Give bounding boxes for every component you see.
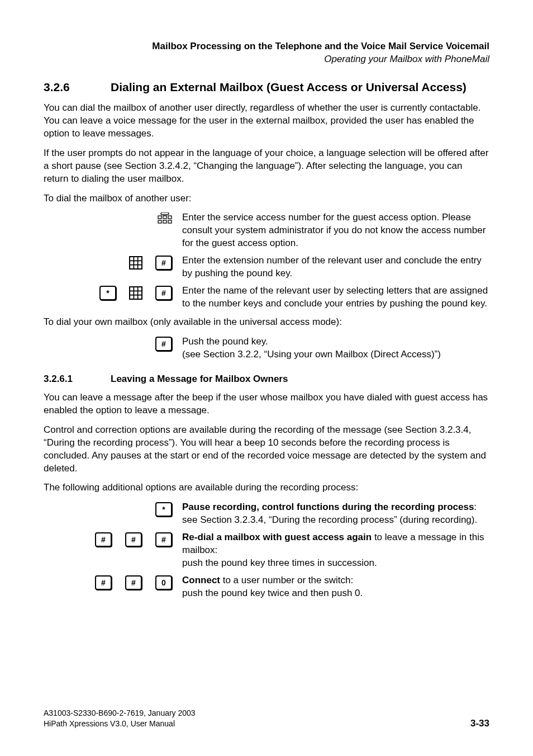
section-number: 3.2.6: [44, 81, 111, 94]
step-text: Enter the extension number of the releva…: [182, 254, 489, 280]
section-heading: 3.2.6 Dialing an External Mailbox (Guest…: [44, 81, 489, 94]
svg-rect-0: [158, 216, 161, 219]
keypad-icon: [129, 256, 143, 270]
step-text: Enter the service access number for the …: [182, 211, 489, 250]
svg-rect-9: [134, 257, 137, 261]
header-title: Mailbox Processing on the Telephone and …: [44, 40, 489, 53]
step-text: Enter the name of the relevant user by s…: [182, 285, 489, 310]
svg-rect-21: [130, 291, 134, 295]
pound-key: #: [125, 532, 142, 547]
svg-rect-26: [139, 296, 142, 299]
option-bold: Connect: [182, 575, 220, 585]
pound-key: #: [155, 532, 172, 547]
option-line2: push the pound key three times in succes…: [182, 557, 377, 568]
svg-rect-20: [139, 287, 142, 291]
pound-key: #: [155, 337, 172, 351]
keypad-icon: [129, 286, 143, 300]
option-bold: Re-dial a mailbox with guest access agai…: [182, 532, 372, 542]
svg-rect-10: [139, 257, 142, 261]
svg-rect-25: [134, 296, 137, 299]
option-text: to a user number or the switch:: [220, 575, 353, 585]
svg-rect-4: [163, 220, 166, 223]
svg-rect-8: [130, 257, 134, 261]
phone-keypad-icon: [158, 212, 172, 227]
svg-rect-23: [139, 291, 142, 295]
subsection-heading: 3.2.6.1 Leaving a Message for Mailbox Ow…: [44, 374, 489, 385]
svg-rect-19: [134, 287, 137, 291]
step-note: (see Section 3.2.2, “Using your own Mail…: [182, 349, 441, 360]
footer-product: HiPath Xpressions V3.0, User Manual: [44, 719, 196, 729]
paragraph: To dial the mailbox of another user:: [44, 192, 489, 205]
star-key: *: [99, 286, 116, 300]
pound-key: #: [95, 532, 112, 547]
paragraph: If the user prompts do not appear in the…: [44, 147, 489, 186]
paragraph: The following additional options are ava…: [44, 481, 489, 494]
option-line2: push the pound key twice and then push 0…: [182, 588, 363, 598]
paragraph: To dial your own mailbox (only available…: [44, 316, 489, 329]
pound-key: #: [95, 575, 112, 590]
svg-rect-1: [163, 216, 166, 219]
zero-key: 0: [155, 575, 172, 590]
paragraph: You can leave a message after the beep i…: [44, 391, 489, 417]
option-bold: Pause recording, control functions durin…: [182, 502, 474, 512]
paragraph: You can dial the mailbox of another user…: [44, 102, 489, 140]
pound-key: #: [155, 286, 172, 300]
svg-rect-15: [134, 266, 137, 269]
svg-rect-24: [130, 296, 134, 299]
pound-key: #: [125, 575, 142, 590]
star-key: *: [155, 502, 172, 517]
subsection-title: Leaving a Message for Mailbox Owners: [111, 374, 288, 385]
svg-rect-11: [130, 262, 134, 265]
svg-rect-18: [130, 287, 134, 291]
svg-rect-14: [130, 266, 134, 269]
page-number: 3-33: [470, 718, 489, 729]
svg-rect-16: [139, 266, 142, 269]
svg-rect-22: [134, 291, 137, 295]
footer-docid: A31003-S2330-B690-2-7619, January 2003: [44, 708, 196, 719]
subsection-number: 3.2.6.1: [44, 374, 111, 385]
step-text: Push the pound key.: [182, 336, 268, 347]
svg-rect-2: [168, 216, 172, 219]
svg-rect-13: [139, 262, 142, 265]
header-subtitle: Operating your Mailbox with PhoneMail: [44, 53, 489, 66]
section-title: Dialing an External Mailbox (Guest Acces…: [111, 81, 467, 94]
pound-key: #: [155, 256, 172, 270]
svg-rect-6: [161, 212, 169, 215]
paragraph: Control and correction options are avail…: [44, 424, 489, 475]
svg-rect-3: [158, 220, 161, 223]
svg-rect-12: [134, 262, 137, 265]
svg-rect-5: [168, 220, 172, 223]
